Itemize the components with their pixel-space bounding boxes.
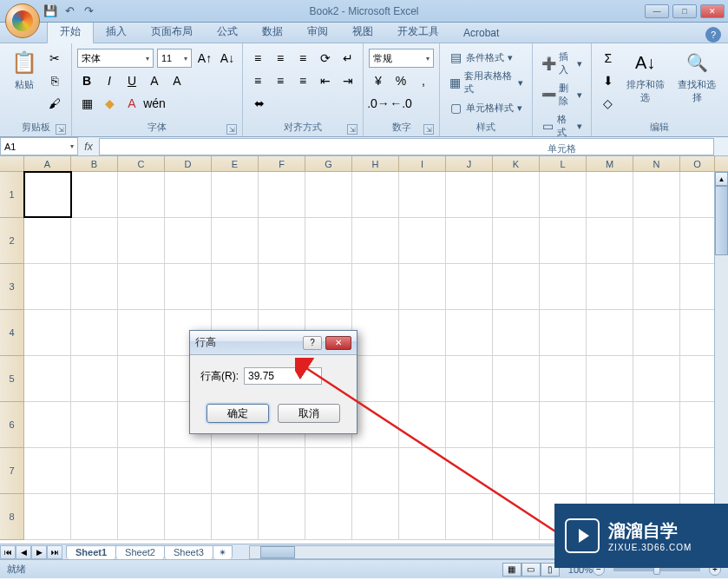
cell[interactable] [540, 356, 587, 401]
align-left-icon[interactable]: ≡ [248, 71, 267, 90]
cell[interactable] [259, 448, 305, 493]
tab-insert[interactable]: 插入 [94, 21, 139, 43]
cell[interactable] [587, 402, 633, 447]
cell[interactable] [493, 172, 540, 217]
help-icon[interactable]: ? [705, 27, 721, 43]
increase-indent-icon[interactable]: ⇥ [338, 71, 357, 90]
cell-A1[interactable] [24, 172, 71, 217]
cell[interactable] [71, 218, 118, 263]
office-button[interactable] [5, 3, 40, 38]
table-format-button[interactable]: ▦套用表格格式 ▾ [445, 68, 527, 97]
cell[interactable] [352, 356, 399, 401]
fill-icon[interactable]: ⬇ [599, 71, 618, 90]
row-2[interactable]: 2 [0, 218, 24, 264]
tab-view[interactable]: 视图 [340, 21, 385, 43]
delete-cells-button[interactable]: ➖删除 ▾ [538, 80, 585, 109]
align-top-icon[interactable]: ≡ [248, 49, 267, 68]
number-dialog-launcher[interactable]: ⇲ [423, 124, 434, 135]
row-3[interactable]: 3 [0, 264, 24, 310]
cell[interactable] [24, 402, 71, 447]
cell[interactable] [212, 218, 259, 263]
comma-icon[interactable]: , [414, 71, 433, 90]
number-format-combo[interactable]: 常规▾ [369, 49, 434, 68]
cell[interactable] [540, 218, 587, 263]
align-middle-icon[interactable]: ≡ [271, 49, 290, 68]
cell[interactable] [212, 494, 259, 539]
sheet-nav-prev[interactable]: ◀ [16, 545, 31, 559]
cell[interactable] [259, 494, 305, 539]
insert-cells-button[interactable]: ➕插入 ▾ [538, 49, 585, 78]
cell[interactable] [399, 494, 446, 539]
cell[interactable] [446, 356, 493, 401]
italic-icon[interactable]: I [100, 71, 119, 90]
cell[interactable] [540, 310, 587, 355]
cell[interactable] [493, 402, 540, 447]
cell[interactable] [165, 172, 212, 217]
row-6[interactable]: 6 [0, 402, 24, 448]
tab-acrobat[interactable]: Acrobat [451, 23, 511, 43]
format-painter-icon[interactable]: 🖌 [45, 94, 64, 113]
dialog-close-icon[interactable]: ✕ [325, 336, 351, 350]
cell[interactable] [493, 356, 540, 401]
cell[interactable] [118, 172, 165, 217]
fx-icon[interactable]: fx [78, 141, 99, 153]
cell[interactable] [212, 172, 259, 217]
sort-filter-button[interactable]: A↓ 排序和筛选 [620, 45, 672, 119]
cell[interactable] [446, 448, 493, 493]
sheet-nav-first[interactable]: ⏮ [0, 545, 16, 559]
cell[interactable] [71, 494, 118, 539]
cells-area[interactable] [24, 172, 728, 540]
col-I[interactable]: I [399, 156, 446, 171]
col-M[interactable]: M [587, 156, 633, 171]
cell[interactable] [71, 402, 118, 447]
bold-icon[interactable]: B [77, 71, 96, 90]
cell[interactable] [305, 494, 352, 539]
save-icon[interactable]: 💾 [43, 4, 57, 18]
cell[interactable] [212, 448, 259, 493]
tab-review[interactable]: 审阅 [295, 21, 340, 43]
cell[interactable] [118, 356, 165, 401]
cell[interactable] [587, 356, 633, 401]
find-select-button[interactable]: 🔍 查找和选择 [671, 45, 723, 119]
cell[interactable] [118, 218, 165, 263]
cell[interactable] [352, 448, 399, 493]
cell[interactable] [352, 218, 399, 263]
font-dialog-launcher[interactable]: ⇲ [226, 124, 237, 135]
cell[interactable] [118, 402, 165, 447]
view-normal-icon[interactable]: ▦ [502, 563, 521, 577]
tab-developer[interactable]: 开发工具 [385, 21, 451, 43]
cell[interactable] [493, 494, 540, 539]
minimize-button[interactable]: — [645, 4, 669, 18]
cell[interactable] [259, 218, 305, 263]
paste-button[interactable]: 📋 粘贴 [5, 45, 43, 119]
row-8[interactable]: 8 [0, 494, 24, 540]
cell[interactable] [399, 172, 446, 217]
cell[interactable] [399, 264, 446, 309]
merge-icon[interactable]: ⬌ [248, 94, 271, 113]
tab-formulas[interactable]: 公式 [205, 21, 250, 43]
cell[interactable] [633, 172, 680, 217]
cell[interactable] [352, 172, 399, 217]
clipboard-dialog-launcher[interactable]: ⇲ [56, 124, 66, 135]
row-4[interactable]: 4 [0, 310, 24, 356]
align-bottom-icon[interactable]: ≡ [293, 49, 312, 68]
cell[interactable] [633, 448, 680, 493]
select-all-button[interactable] [0, 156, 24, 172]
vertical-scrollbar[interactable]: ▲ ▼ [714, 172, 728, 544]
cell[interactable] [540, 264, 587, 309]
zoom-slider[interactable] [613, 568, 700, 571]
cell[interactable] [259, 172, 305, 217]
cell[interactable] [446, 310, 493, 355]
percent-icon[interactable]: % [391, 71, 410, 90]
scroll-thumb[interactable] [715, 186, 728, 255]
row-1[interactable]: 1 [0, 172, 24, 218]
col-O[interactable]: O [680, 156, 715, 171]
cell[interactable] [165, 264, 212, 309]
scroll-up-icon[interactable]: ▲ [715, 172, 728, 186]
row-7[interactable]: 7 [0, 448, 24, 494]
cell[interactable] [165, 218, 212, 263]
cell[interactable] [352, 264, 399, 309]
font-name-combo[interactable]: 宋体▾ [77, 49, 154, 68]
copy-icon[interactable]: ⎘ [45, 71, 64, 90]
cell[interactable] [540, 172, 587, 217]
